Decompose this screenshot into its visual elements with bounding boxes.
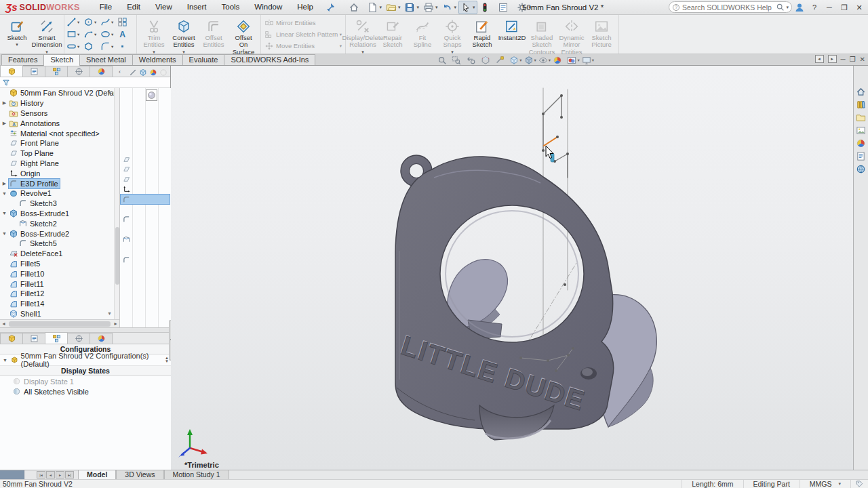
status-units[interactable]: MMGS▾ [800,480,850,488]
scroll-left-icon[interactable]: ◂ [0,321,7,327]
search-scope-caret-icon[interactable]: ▾ [786,5,789,10]
close-button[interactable]: ✕ [852,0,867,15]
ribbon-button[interactable]: Dynamic Mirror Entities▾ [557,16,587,52]
tree-item[interactable]: Fillet10 [0,268,114,279]
graphics-viewport[interactable]: LITTLE DUDE LITTLE DUDE *Trimetric [171,66,853,470]
tree-item[interactable]: Sketch5 [0,239,114,249]
quick-tool-button[interactable]: ▾ [439,1,458,14]
command-tab[interactable]: Sheet Metal [79,54,133,65]
tab-dimxpert[interactable] [67,66,90,77]
ribbon-button[interactable]: Offset On Surface▾ [229,16,258,52]
tree-item[interactable]: Origin [0,168,114,178]
expander-icon[interactable] [0,121,9,126]
sketch-entity-button[interactable]: ▾ [100,28,117,41]
task-pane-button[interactable] [855,138,867,148]
pin-icon[interactable] [325,2,336,13]
ribbon-button[interactable]: Offset Entities▾ [199,16,229,52]
expander-icon[interactable] [0,211,9,216]
tree-item[interactable]: Front Plane [0,138,114,148]
command-tab[interactable]: Features [1,54,44,65]
tree-item[interactable]: AAnnotations [0,118,114,128]
tab-prev-icon[interactable]: ◂ [46,471,55,479]
quick-tool-button[interactable]: ▾ [402,1,421,14]
restore-button[interactable]: ❐ [837,0,852,15]
task-pane-button[interactable] [855,125,867,136]
tab-configuration-manager[interactable] [45,66,68,77]
tab-property-manager[interactable] [22,66,45,77]
doc-restore-button[interactable]: ❐ [850,56,856,63]
document-tab[interactable]: Motion Study 1 [164,470,229,479]
ribbon-button[interactable]: Sketch Picture▾ [587,16,616,52]
tree-item[interactable]: Shell1 [0,309,114,319]
tree-item[interactable]: Fillet12 [0,289,114,299]
appearance-thumbnail[interactable] [146,89,157,101]
sketch-entity-button[interactable]: ▾ [83,41,100,53]
expander-icon[interactable]: ▼ [3,358,10,363]
ribbon-button[interactable]: Quick Snaps▾ [437,16,467,52]
ribbon-button[interactable]: Fit Spline▾ [408,16,437,52]
expander-icon[interactable] [0,191,9,196]
display-state-row[interactable]: Display State 1 [0,376,171,386]
quick-tool-button[interactable]: ▾ [384,1,403,14]
tree-item[interactable]: Top Plane [0,148,114,159]
tree-item[interactable]: Revolve1 [0,188,114,199]
headsup-button[interactable]: ▾ [451,56,465,65]
tab-display-manager[interactable] [90,333,113,344]
menu-item[interactable]: Insert [180,0,214,14]
command-tab[interactable]: SOLIDWORKS Add-Ins [224,54,315,65]
tab-dimxpert[interactable] [67,333,90,344]
ribbon-list-button[interactable]: Mirror Entities▾ [264,18,342,28]
ribbon-button[interactable]: Convert Entities▾ [169,16,199,52]
tree-item[interactable]: 50mm Fan Shroud V2 (Default<All Sketche [0,88,114,98]
expander-icon[interactable] [0,231,9,236]
tree-vertical-scrollbar[interactable] [114,88,119,319]
tree-horizontal-scrollbar[interactable]: ◂ ▸ [0,319,119,327]
menu-item[interactable]: Tools [214,0,247,14]
tab-next-icon[interactable]: ▸ [56,471,64,479]
tree-item[interactable]: Fillet11 [0,279,114,289]
task-pane-button[interactable] [855,99,867,110]
search-icon[interactable] [776,3,785,12]
panel-splitter[interactable] [0,327,171,333]
tree-item[interactable]: Boss-Extrude1 [0,209,114,219]
ribbon-button[interactable]: Trim Entities▾ [139,16,169,52]
tree-item[interactable]: DeleteFace1 [0,249,114,259]
sketch-entity-button[interactable]: A▾ [117,28,134,41]
tree-scroll-down-icon[interactable]: ▼ [107,311,112,316]
task-pane-button[interactable] [855,112,867,123]
tree-item[interactable]: E3D Profile [0,178,114,188]
quick-tool-button[interactable]: ▾ [496,1,515,14]
tab-property-manager[interactable] [22,333,45,344]
quick-tool-button[interactable]: ▾ [458,1,477,14]
ribbon-button[interactable]: Display/Delete Relations▾ [348,16,378,52]
sketch-entity-button[interactable]: ▾ [100,41,117,53]
headsup-button[interactable]: ▾ [480,56,494,65]
menu-item[interactable]: View [148,0,180,14]
ribbon-button[interactable]: Repair Sketch▾ [378,16,408,52]
tree-item[interactable]: Sketch2 [0,218,114,228]
collapse-left-pane-button[interactable]: ◂ [815,55,824,63]
status-tag-button[interactable] [850,480,868,488]
scrollbar-thumb[interactable] [115,227,119,285]
ribbon-button[interactable]: Sketch▾ [2,16,32,52]
headsup-button[interactable]: ▾ [566,56,580,65]
headsup-button[interactable]: ▾ [494,56,508,65]
scroll-right-icon[interactable]: ▸ [112,321,119,327]
splitter-corner[interactable] [0,470,24,479]
tab-featuremanager[interactable] [0,65,23,77]
tree-item[interactable]: Right Plane [0,159,114,169]
scrollbar-thumb[interactable] [9,321,111,327]
configuration-row[interactable]: ▼ 50mm Fan Shroud V2 Configuration(s) (D… [0,354,171,366]
headsup-button[interactable]: ▾ [437,56,450,65]
command-tab[interactable]: Evaluate [182,54,225,65]
search-input[interactable] [682,3,776,12]
tree-item[interactable]: Fillet5 [0,259,114,269]
help-button[interactable]: ? [807,0,822,15]
doc-close-button[interactable]: ✕ [860,56,865,63]
tree-item[interactable]: Boss-Extrude2 [0,228,114,239]
quick-tool-button[interactable]: ▾ [347,1,366,14]
expander-icon[interactable] [0,181,9,186]
tab-configuration-manager[interactable] [45,332,68,344]
ribbon-button[interactable]: Smart Dimension▾ [32,16,62,52]
mount-hole-top[interactable] [410,164,424,178]
